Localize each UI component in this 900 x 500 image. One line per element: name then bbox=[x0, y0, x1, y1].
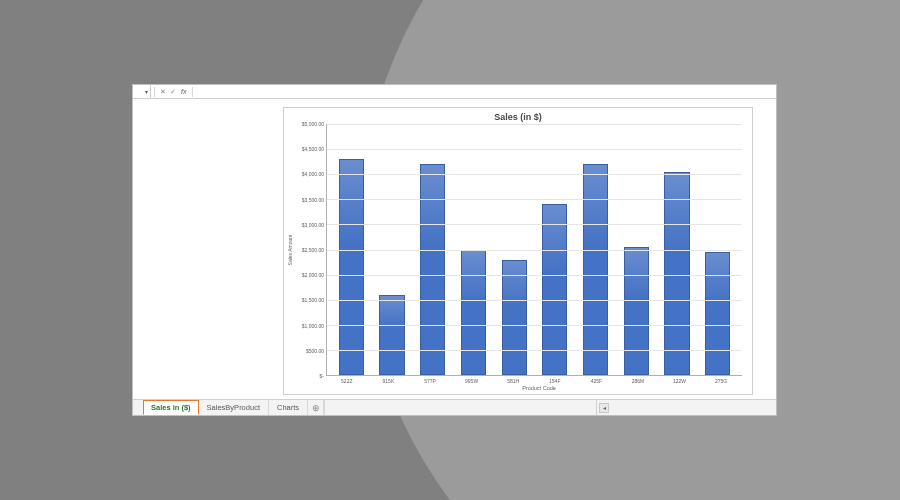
y-tick-label: $- bbox=[320, 373, 324, 379]
bar-577P[interactable] bbox=[420, 164, 445, 375]
gridline bbox=[327, 174, 742, 175]
x-tick-label: 522Z bbox=[326, 378, 368, 384]
fx-label[interactable]: fx bbox=[181, 88, 186, 95]
x-tick-label: 154F bbox=[534, 378, 576, 384]
chart-title: Sales (in $) bbox=[284, 108, 752, 124]
y-tick-label: $4,000.00 bbox=[302, 171, 324, 177]
tab-nav-spacer bbox=[133, 400, 143, 415]
x-tick-label: 995W bbox=[451, 378, 493, 384]
accept-formula-button[interactable]: ✓ bbox=[168, 88, 178, 96]
x-axis-title: Product Code bbox=[284, 384, 752, 391]
y-tick-label: $1,500.00 bbox=[302, 297, 324, 303]
y-tick-label: $5,000.00 bbox=[302, 121, 324, 127]
gridline bbox=[327, 199, 742, 200]
y-tick-label: $4,500.00 bbox=[302, 146, 324, 152]
bar-122W[interactable] bbox=[664, 172, 689, 375]
y-tick-label: $3,000.00 bbox=[302, 222, 324, 228]
x-tick-label: 581H bbox=[492, 378, 534, 384]
y-axis-title: Sales Amount bbox=[284, 124, 296, 376]
sheet-tab-2[interactable]: Charts bbox=[269, 400, 308, 415]
y-tick-label: $1,000.00 bbox=[302, 323, 324, 329]
bar-995W[interactable] bbox=[461, 250, 486, 376]
gridline bbox=[327, 149, 742, 150]
y-axis-ticks: $-$500.00$1,000.00$1,500.00$2,000.00$2,5… bbox=[296, 124, 326, 376]
formula-bar: ▾ ✕ ✓ fx bbox=[133, 85, 776, 99]
bar-275G[interactable] bbox=[705, 252, 730, 375]
cancel-formula-button[interactable]: ✕ bbox=[158, 88, 168, 96]
x-tick-label: 286M bbox=[617, 378, 659, 384]
plot-row: Sales Amount $-$500.00$1,000.00$1,500.00… bbox=[284, 124, 752, 376]
sheet-tab-strip: Sales in ($)SalesByProductCharts ⊕ ◂ bbox=[133, 399, 776, 415]
bar-915K[interactable] bbox=[379, 295, 404, 375]
y-tick-label: $2,500.00 bbox=[302, 247, 324, 253]
embedded-chart[interactable]: Sales (in $) Sales Amount $-$500.00$1,00… bbox=[283, 107, 753, 395]
separator bbox=[154, 87, 155, 97]
worksheet-canvas[interactable]: Sales (in $) Sales Amount $-$500.00$1,00… bbox=[133, 99, 776, 399]
gridline bbox=[327, 350, 742, 351]
gridline bbox=[327, 224, 742, 225]
plot-area bbox=[326, 124, 742, 376]
tab-strip-spacer bbox=[324, 400, 596, 415]
name-box[interactable]: ▾ bbox=[133, 85, 151, 98]
y-tick-label: $3,500.00 bbox=[302, 197, 324, 203]
x-tick-label: 425F bbox=[576, 378, 618, 384]
bar-581H[interactable] bbox=[502, 260, 527, 375]
x-tick-label: 577P bbox=[409, 378, 451, 384]
separator bbox=[192, 87, 193, 97]
x-tick-label: 915K bbox=[368, 378, 410, 384]
gridline bbox=[327, 250, 742, 251]
bar-425F[interactable] bbox=[583, 164, 608, 375]
gridline bbox=[327, 275, 742, 276]
gridline bbox=[327, 124, 742, 125]
gridline bbox=[327, 325, 742, 326]
formula-input[interactable] bbox=[196, 85, 776, 98]
x-tick-label: 275G bbox=[700, 378, 742, 384]
horizontal-scrollbar[interactable]: ◂ bbox=[596, 400, 776, 415]
spreadsheet-window: ▾ ✕ ✓ fx Sales (in $) Sales Amount $-$50… bbox=[132, 84, 777, 416]
bar-286M[interactable] bbox=[624, 247, 649, 375]
sheet-tab-1[interactable]: SalesByProduct bbox=[199, 400, 269, 415]
name-box-dropdown-icon[interactable]: ▾ bbox=[145, 88, 148, 95]
y-tick-label: $500.00 bbox=[306, 348, 324, 354]
new-sheet-button[interactable]: ⊕ bbox=[308, 400, 324, 415]
x-axis-ticks: 522Z915K577P995W581H154F425F286M122W275G bbox=[284, 376, 752, 384]
y-tick-label: $2,000.00 bbox=[302, 272, 324, 278]
sheet-tab-0[interactable]: Sales in ($) bbox=[143, 400, 199, 415]
x-tick-label: 122W bbox=[659, 378, 701, 384]
bar-522Z[interactable] bbox=[339, 159, 364, 375]
gridline bbox=[327, 300, 742, 301]
scroll-left-button[interactable]: ◂ bbox=[599, 403, 609, 413]
